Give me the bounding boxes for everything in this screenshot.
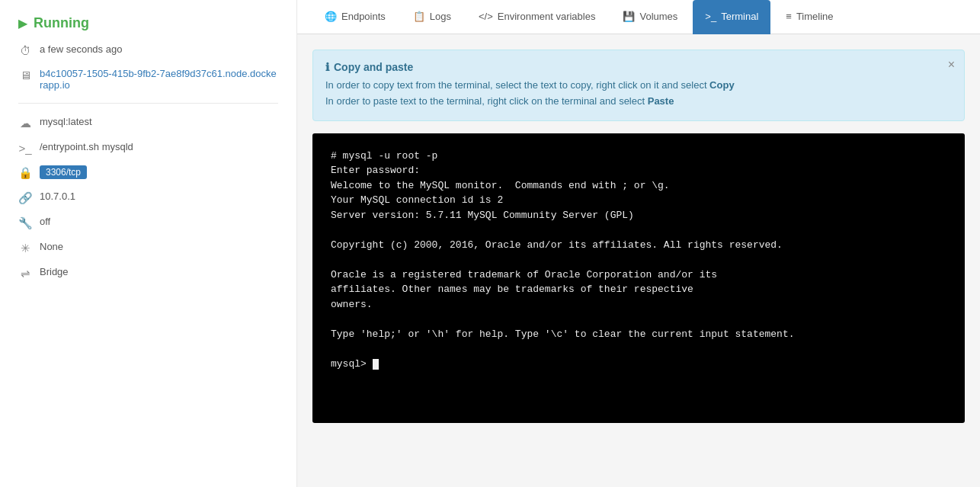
info-box: ℹ Copy and paste In order to copy text f… — [312, 50, 965, 121]
tab-endpoints[interactable]: 🌐 Endpoints — [312, 0, 398, 34]
terminal-icon: >_ — [18, 142, 32, 155]
health-row: ✳ None — [18, 241, 278, 255]
paste-action: Paste — [648, 95, 674, 107]
timeline-icon: ≡ — [786, 11, 792, 22]
mode-value: off — [40, 216, 50, 227]
terminal-cursor — [373, 359, 379, 370]
info-box-title: ℹ Copy and paste — [325, 61, 952, 73]
network-icon: 🔗 — [18, 191, 32, 205]
health-icon: ✳ — [18, 242, 32, 255]
image-name: mysql:latest — [40, 116, 92, 127]
info-line-2: In order to paste text to the terminal, … — [325, 94, 952, 110]
info-icon: ℹ — [325, 61, 329, 73]
divider-1 — [18, 103, 278, 104]
volumes-icon: 💾 — [623, 11, 635, 22]
clock-icon: ⏱ — [18, 44, 32, 57]
mode-row: 🔧 off — [18, 216, 278, 230]
env-icon: </> — [479, 11, 493, 22]
endpoints-icon: 🌐 — [325, 11, 337, 22]
info-box-close-button[interactable]: × — [948, 58, 955, 72]
hostname-link[interactable]: b4c10057-1505-415b-9fb2-7ae8f9d37c61.nod… — [40, 68, 278, 91]
running-arrow-icon: ▶ — [18, 16, 27, 30]
sidebar: ▶ Running ⏱ a few seconds ago 🖥 b4c10057… — [0, 0, 297, 487]
status-label: Running — [34, 15, 89, 31]
ip-address: 10.7.0.1 — [40, 191, 75, 202]
terminal-tab-icon: >_ — [705, 11, 716, 22]
tab-endpoints-label: Endpoints — [341, 11, 386, 22]
time-ago: a few seconds ago — [40, 43, 122, 55]
main-panel: 🌐 Endpoints 📋 Logs </> Environment varia… — [297, 0, 980, 487]
network-row: ⇌ Bridge — [18, 266, 278, 280]
wrench-icon: 🔧 — [18, 216, 32, 230]
tab-volumes-label: Volumes — [639, 11, 677, 22]
tab-volumes[interactable]: 💾 Volumes — [610, 0, 690, 34]
bridge-icon: ⇌ — [18, 267, 32, 280]
network-value: Bridge — [40, 266, 69, 277]
ip-row: 🔗 10.7.0.1 — [18, 191, 278, 205]
health-value: None — [40, 241, 63, 252]
tab-env-label: Environment variables — [498, 11, 596, 22]
terminal-window[interactable]: # mysql -u root -p Enter password: Welco… — [312, 133, 965, 423]
image-row: ☁ mysql:latest — [18, 116, 278, 130]
tab-timeline-label: Timeline — [796, 11, 834, 22]
logs-icon: 📋 — [413, 11, 425, 22]
server-icon: 🖥 — [18, 69, 32, 82]
port-badge: 3306/tcp — [40, 165, 87, 179]
tab-terminal-label: Terminal — [721, 11, 758, 22]
image-icon: ☁ — [18, 117, 32, 130]
port-row: 🔒 3306/tcp — [18, 165, 278, 180]
status-running: ▶ Running — [18, 15, 278, 31]
hostname-row: 🖥 b4c10057-1505-415b-9fb2-7ae8f9d37c61.n… — [18, 68, 278, 91]
content-area: ℹ Copy and paste In order to copy text f… — [297, 34, 980, 487]
entrypoint-row: >_ /entrypoint.sh mysqld — [18, 141, 278, 155]
time-row: ⏱ a few seconds ago — [18, 43, 278, 57]
tab-terminal[interactable]: >_ Terminal — [693, 0, 770, 34]
tab-bar: 🌐 Endpoints 📋 Logs </> Environment varia… — [297, 0, 980, 34]
info-line-1: In order to copy text from the terminal,… — [325, 78, 952, 94]
tab-env[interactable]: </> Environment variables — [466, 0, 607, 34]
lock-icon: 🔒 — [18, 166, 32, 180]
entrypoint-value: /entrypoint.sh mysqld — [40, 141, 133, 152]
tab-timeline[interactable]: ≡ Timeline — [773, 0, 845, 34]
tab-logs[interactable]: 📋 Logs — [401, 0, 463, 34]
copy-action: Copy — [709, 79, 735, 91]
tab-logs-label: Logs — [430, 11, 451, 22]
